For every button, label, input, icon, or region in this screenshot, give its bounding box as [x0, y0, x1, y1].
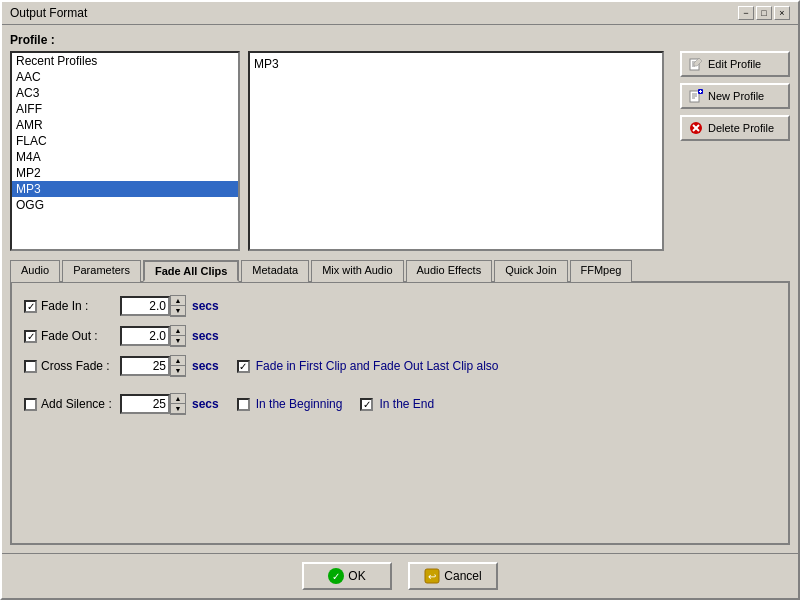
- list-item[interactable]: M4A: [12, 149, 238, 165]
- list-item[interactable]: AIFF: [12, 101, 238, 117]
- tab-mix-with-audio[interactable]: Mix with Audio: [311, 260, 403, 282]
- main-window: Output Format − □ × Profile : Recent Pro…: [0, 0, 800, 600]
- in-beginning-label: In the Beginning: [256, 397, 343, 411]
- add-silence-label-group: Add Silence :: [24, 397, 114, 411]
- new-profile-label: New Profile: [708, 90, 764, 102]
- svg-text:↩: ↩: [428, 571, 436, 582]
- cross-fade-label-group: Cross Fade :: [24, 359, 114, 373]
- list-item[interactable]: MP2: [12, 165, 238, 181]
- tab-parameters[interactable]: Parameters: [62, 260, 141, 282]
- list-item[interactable]: FLAC: [12, 133, 238, 149]
- fade-in-checkbox[interactable]: [24, 300, 37, 313]
- fade-out-spin: ▲ ▼: [120, 325, 186, 347]
- fade-in-label: Fade In :: [41, 299, 88, 313]
- list-item[interactable]: MP3: [12, 181, 238, 197]
- fade-out-label: Fade Out :: [41, 329, 98, 343]
- add-silence-unit: secs: [192, 397, 219, 411]
- mp3-detail-box: MP3: [248, 51, 664, 251]
- tab-audio-effects[interactable]: Audio Effects: [406, 260, 493, 282]
- main-content: Profile : Recent ProfilesAACAC3AIFFAMRFL…: [2, 25, 798, 553]
- fade-in-input[interactable]: [120, 296, 170, 316]
- fade-out-label-group: Fade Out :: [24, 329, 114, 343]
- delete-icon: [688, 120, 704, 136]
- bottom-bar: ✓ OK ↩ Cancel: [2, 553, 798, 598]
- add-silence-spin-up[interactable]: ▲: [171, 394, 185, 404]
- profile-label: Profile :: [10, 33, 790, 47]
- list-header: Recent Profiles: [12, 53, 238, 69]
- maximize-button[interactable]: □: [756, 6, 772, 20]
- list-item[interactable]: AMR: [12, 117, 238, 133]
- new-profile-button[interactable]: New Profile: [680, 83, 790, 109]
- tab-metadata[interactable]: Metadata: [241, 260, 309, 282]
- title-bar: Output Format − □ ×: [2, 2, 798, 25]
- fade-in-row: Fade In : ▲ ▼ secs: [24, 295, 776, 317]
- in-beginning-checkbox[interactable]: [237, 398, 250, 411]
- add-silence-spin-down[interactable]: ▼: [171, 404, 185, 414]
- cross-fade-checkbox[interactable]: [24, 360, 37, 373]
- fade-out-input[interactable]: [120, 326, 170, 346]
- tab-quick-join[interactable]: Quick Join: [494, 260, 567, 282]
- cross-fade-spin-buttons: ▲ ▼: [170, 355, 186, 377]
- fade-in-spin-buttons: ▲ ▼: [170, 295, 186, 317]
- profile-buttons: Edit Profile: [680, 51, 790, 141]
- divider: [24, 385, 776, 393]
- tab-fade-all-clips[interactable]: Fade All Clips: [143, 260, 239, 282]
- profile-section: Profile : Recent ProfilesAACAC3AIFFAMRFL…: [10, 33, 790, 251]
- fade-first-last-checkbox[interactable]: [237, 360, 250, 373]
- cross-fade-spin-up[interactable]: ▲: [171, 356, 185, 366]
- fade-out-checkbox[interactable]: [24, 330, 37, 343]
- fade-out-unit: secs: [192, 329, 219, 343]
- in-end-checkbox[interactable]: [360, 398, 373, 411]
- cross-fade-row: Cross Fade : ▲ ▼ secs Fade in First Clip…: [24, 355, 776, 377]
- add-silence-checkbox[interactable]: [24, 398, 37, 411]
- minimize-button[interactable]: −: [738, 6, 754, 20]
- fade-out-row: Fade Out : ▲ ▼ secs: [24, 325, 776, 347]
- ok-label: OK: [348, 569, 365, 583]
- tab-audio[interactable]: Audio: [10, 260, 60, 282]
- edit-profile-button[interactable]: Edit Profile: [680, 51, 790, 77]
- window-title: Output Format: [10, 6, 87, 20]
- fade-out-spin-down[interactable]: ▼: [171, 336, 185, 346]
- cancel-button[interactable]: ↩ Cancel: [408, 562, 498, 590]
- title-bar-buttons: − □ ×: [738, 6, 790, 20]
- ok-icon: ✓: [328, 568, 344, 584]
- in-end-label: In the End: [379, 397, 434, 411]
- tab-ffmpeg[interactable]: FFMpeg: [570, 260, 633, 282]
- edit-profile-label: Edit Profile: [708, 58, 761, 70]
- cross-fade-spin-down[interactable]: ▼: [171, 366, 185, 376]
- close-button[interactable]: ×: [774, 6, 790, 20]
- delete-profile-label: Delete Profile: [708, 122, 774, 134]
- fade-in-spin-up[interactable]: ▲: [171, 296, 185, 306]
- cross-fade-spin: ▲ ▼: [120, 355, 186, 377]
- new-icon: [688, 88, 704, 104]
- fade-first-last-label: Fade in First Clip and Fade Out Last Cli…: [256, 359, 499, 373]
- fade-in-spin: ▲ ▼: [120, 295, 186, 317]
- add-silence-input[interactable]: [120, 394, 170, 414]
- cancel-icon: ↩: [424, 568, 440, 584]
- fade-in-spin-down[interactable]: ▼: [171, 306, 185, 316]
- add-silence-row: Add Silence : ▲ ▼ secs In the Beginning …: [24, 393, 776, 415]
- mp3-label: MP3: [254, 57, 279, 71]
- add-silence-spin-buttons: ▲ ▼: [170, 393, 186, 415]
- list-item[interactable]: AC3: [12, 85, 238, 101]
- tabs-row: AudioParametersFade All ClipsMetadataMix…: [10, 259, 790, 283]
- profile-list[interactable]: Recent ProfilesAACAC3AIFFAMRFLACM4AMP2MP…: [10, 51, 240, 251]
- fade-in-label-group: Fade In :: [24, 299, 114, 313]
- cross-fade-unit: secs: [192, 359, 219, 373]
- cancel-label: Cancel: [444, 569, 481, 583]
- tab-content: Fade In : ▲ ▼ secs Fade Out :: [10, 283, 790, 545]
- add-silence-label: Add Silence :: [41, 397, 112, 411]
- profile-row: Recent ProfilesAACAC3AIFFAMRFLACM4AMP2MP…: [10, 51, 790, 251]
- profile-list-container: Recent ProfilesAACAC3AIFFAMRFLACM4AMP2MP…: [10, 51, 240, 251]
- fade-out-spin-buttons: ▲ ▼: [170, 325, 186, 347]
- list-item[interactable]: AAC: [12, 69, 238, 85]
- cross-fade-input[interactable]: [120, 356, 170, 376]
- fade-out-spin-up[interactable]: ▲: [171, 326, 185, 336]
- delete-profile-button[interactable]: Delete Profile: [680, 115, 790, 141]
- fade-in-unit: secs: [192, 299, 219, 313]
- add-silence-spin: ▲ ▼: [120, 393, 186, 415]
- list-item[interactable]: OGG: [12, 197, 238, 213]
- edit-icon: [688, 56, 704, 72]
- ok-button[interactable]: ✓ OK: [302, 562, 392, 590]
- cross-fade-label: Cross Fade :: [41, 359, 110, 373]
